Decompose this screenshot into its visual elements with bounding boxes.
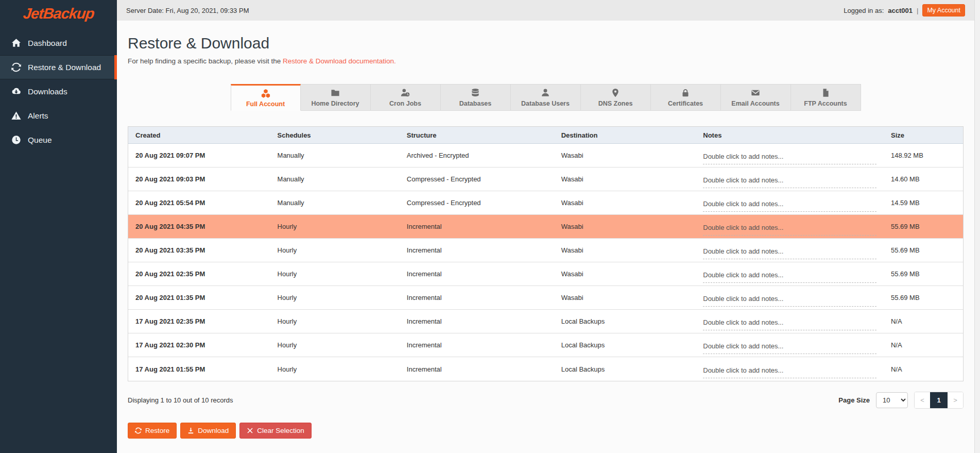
table-row[interactable]: 17 Aug 2021 02:35 PM Hourly Incremental … <box>128 310 963 333</box>
alert-triangle-icon <box>11 111 21 121</box>
sidebar-item-restore-download[interactable]: Restore & Download <box>0 55 117 79</box>
notes-placeholder[interactable]: Double click to add notes... <box>703 176 876 188</box>
tab-label: Full Account <box>246 100 285 108</box>
column-header-destination: Destination <box>554 131 696 139</box>
action-buttons: Restore Download Clear Selection <box>128 423 964 439</box>
notes-placeholder[interactable]: Double click to add notes... <box>703 366 876 378</box>
cell-schedules: Hourly <box>270 294 400 301</box>
tab-full-account[interactable]: Full Account <box>231 84 301 111</box>
cell-destination: Wasabi <box>554 152 696 159</box>
tab-ftp-accounts[interactable]: FTP Accounts <box>791 84 861 111</box>
cell-schedules: Manually <box>270 152 400 159</box>
notes-placeholder[interactable]: Double click to add notes... <box>703 342 876 354</box>
cell-schedules: Hourly <box>270 270 400 278</box>
cell-notes: Double click to add notes... <box>696 289 884 307</box>
notes-placeholder[interactable]: Double click to add notes... <box>703 318 876 330</box>
cell-size: 55.69 MB <box>884 294 963 301</box>
table-row[interactable]: 17 Aug 2021 01:55 PM Hourly Incremental … <box>128 357 963 381</box>
next-page-button[interactable]: > <box>948 392 963 408</box>
clock-icon <box>11 135 21 145</box>
home-icon <box>11 38 21 48</box>
tab-certificates[interactable]: Certificates <box>651 84 721 111</box>
sidebar: JetBackup Dashboard Restore & Download D… <box>0 0 117 453</box>
cell-destination: Local Backups <box>554 365 696 373</box>
cell-size: N/A <box>884 365 963 373</box>
server-date: Server Date: Fri, Aug 20, 2021, 09:33 PM <box>126 7 249 14</box>
cell-schedules: Hourly <box>270 365 400 373</box>
username: acct001 <box>888 7 913 14</box>
notes-placeholder[interactable]: Double click to add notes... <box>703 271 876 283</box>
cell-size: 55.69 MB <box>884 270 963 278</box>
sidebar-item-dashboard[interactable]: Dashboard <box>0 31 117 55</box>
sidebar-item-queue[interactable]: Queue <box>0 128 117 152</box>
help-text-body: For help finding a specific backup, plea… <box>128 57 283 65</box>
clear-selection-button[interactable]: Clear Selection <box>239 423 312 439</box>
restore-button[interactable]: Restore <box>128 423 177 439</box>
jetbackup-logo[interactable]: JetBackup <box>22 5 95 22</box>
notes-placeholder[interactable]: Double click to add notes... <box>703 200 876 212</box>
table-row[interactable]: 20 Aug 2021 03:35 PM Hourly Incremental … <box>128 239 963 262</box>
tab-cron-jobs[interactable]: Cron Jobs <box>371 84 441 111</box>
my-account-button[interactable]: My Account <box>922 4 965 16</box>
cell-destination: Wasabi <box>554 246 696 254</box>
tab-home-directory[interactable]: Home Directory <box>301 84 371 111</box>
cell-schedules: Hourly <box>270 246 400 254</box>
documentation-link[interactable]: Restore & Download documentation. <box>283 57 396 65</box>
previous-page-button[interactable]: < <box>915 392 930 408</box>
tab-label: Certificates <box>668 100 703 107</box>
cell-notes: Double click to add notes... <box>696 194 884 212</box>
table-row[interactable]: 20 Aug 2021 05:54 PM Manually Compressed… <box>128 191 963 215</box>
sidebar-item-label: Dashboard <box>28 39 67 48</box>
sidebar-item-downloads[interactable]: Downloads <box>0 79 117 104</box>
column-header-structure: Structure <box>400 131 554 139</box>
cell-schedules: Manually <box>270 199 400 207</box>
current-page-button[interactable]: 1 <box>930 392 948 408</box>
table-row[interactable]: 20 Aug 2021 04:35 PM Hourly Incremental … <box>128 215 963 239</box>
cell-notes: Double click to add notes... <box>696 217 884 236</box>
pagination: < 1 > <box>914 392 964 409</box>
cell-structure: Compressed - Encrypted <box>400 175 554 183</box>
notes-placeholder[interactable]: Double click to add notes... <box>703 224 876 236</box>
cell-created: 17 Aug 2021 02:35 PM <box>128 317 270 325</box>
table-row[interactable]: 20 Aug 2021 01:35 PM Hourly Incremental … <box>128 286 963 310</box>
table-row[interactable]: 17 Aug 2021 02:30 PM Hourly Incremental … <box>128 333 963 357</box>
page-size-select[interactable]: 10 <box>876 392 908 408</box>
table-body: 20 Aug 2021 09:07 PM Manually Archived -… <box>128 144 963 381</box>
lock-icon <box>681 88 690 97</box>
table-footer: Displaying 1 to 10 out of 10 records Pag… <box>128 392 964 409</box>
vertical-scrollbar[interactable] <box>974 0 980 453</box>
records-count-text: Displaying 1 to 10 out of 10 records <box>128 396 233 404</box>
cell-created: 20 Aug 2021 04:35 PM <box>128 223 270 230</box>
notes-placeholder[interactable]: Double click to add notes... <box>703 295 876 307</box>
cell-created: 17 Aug 2021 01:55 PM <box>128 365 270 373</box>
folder-icon <box>331 88 340 97</box>
envelope-icon <box>751 88 760 97</box>
tab-database-users[interactable]: Database Users <box>511 84 581 111</box>
cell-schedules: Hourly <box>270 223 400 230</box>
tab-label: Databases <box>459 100 492 107</box>
tab-label: Home Directory <box>311 100 359 107</box>
tab-label: FTP Accounts <box>804 100 847 107</box>
restore-icon <box>135 427 142 434</box>
download-button[interactable]: Download <box>180 423 236 439</box>
notes-placeholder[interactable]: Double click to add notes... <box>703 247 876 259</box>
cell-notes: Double click to add notes... <box>696 170 884 188</box>
table-row[interactable]: 20 Aug 2021 02:35 PM Hourly Incremental … <box>128 262 963 286</box>
sidebar-menu: Dashboard Restore & Download Downloads A… <box>0 31 117 152</box>
cell-schedules: Hourly <box>270 317 400 325</box>
column-header-notes: Notes <box>696 131 884 139</box>
sidebar-item-alerts[interactable]: Alerts <box>0 104 117 128</box>
cell-created: 20 Aug 2021 02:35 PM <box>128 270 270 278</box>
file-icon <box>821 88 830 97</box>
cell-destination: Wasabi <box>554 175 696 183</box>
clear-icon <box>247 427 253 434</box>
tab-databases[interactable]: Databases <box>441 84 511 111</box>
cell-structure: Incremental <box>400 270 554 278</box>
cell-structure: Incremental <box>400 246 554 254</box>
tab-dns-zones[interactable]: DNS Zones <box>581 84 651 111</box>
table-row[interactable]: 20 Aug 2021 09:07 PM Manually Archived -… <box>128 144 963 167</box>
pager-area: Page Size 10 < 1 > <box>838 392 964 409</box>
notes-placeholder[interactable]: Double click to add notes... <box>703 153 876 164</box>
table-row[interactable]: 20 Aug 2021 09:03 PM Manually Compressed… <box>128 167 963 191</box>
tab-email-accounts[interactable]: Email Accounts <box>721 84 791 111</box>
